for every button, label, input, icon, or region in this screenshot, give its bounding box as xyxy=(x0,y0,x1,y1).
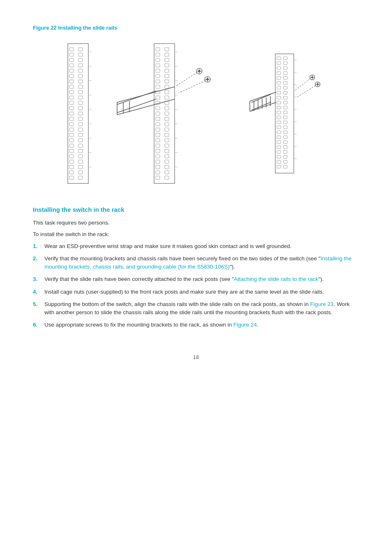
step-3-link[interactable]: Attaching the slide rails to the rack xyxy=(234,276,318,282)
svg-rect-34 xyxy=(78,90,83,94)
svg-rect-100 xyxy=(165,123,169,126)
svg-rect-76 xyxy=(156,128,160,131)
figure-area xyxy=(33,37,359,190)
svg-rect-49 xyxy=(78,171,83,174)
step-2-content: Verify that the mounting brackets and ch… xyxy=(44,255,359,271)
svg-rect-38 xyxy=(78,112,83,115)
svg-rect-176 xyxy=(284,131,287,134)
intro-text-1: This task requires two persons. xyxy=(33,219,359,227)
svg-rect-148 xyxy=(277,106,281,109)
svg-rect-153 xyxy=(277,131,281,134)
svg-rect-63 xyxy=(156,58,160,62)
svg-rect-15 xyxy=(69,123,74,126)
svg-rect-32 xyxy=(78,80,83,83)
svg-rect-3 xyxy=(69,58,74,62)
svg-rect-42 xyxy=(78,133,83,137)
svg-rect-12 xyxy=(69,107,74,110)
svg-rect-178 xyxy=(284,141,287,144)
svg-rect-170 xyxy=(284,101,287,104)
svg-rect-151 xyxy=(277,121,281,124)
step-5-link[interactable]: Figure 23 xyxy=(310,301,334,307)
svg-rect-25 xyxy=(69,176,74,179)
svg-rect-145 xyxy=(277,91,281,94)
svg-rect-104 xyxy=(165,144,169,147)
svg-rect-44 xyxy=(78,144,83,147)
svg-rect-80 xyxy=(156,149,160,153)
svg-rect-39 xyxy=(78,117,83,121)
svg-rect-105 xyxy=(165,149,169,153)
svg-rect-62 xyxy=(156,53,160,56)
svg-rect-21 xyxy=(69,155,74,158)
svg-rect-81 xyxy=(156,155,160,158)
step-6-number: 6. xyxy=(33,321,44,329)
svg-rect-141 xyxy=(277,72,281,74)
svg-rect-47 xyxy=(78,160,83,163)
svg-rect-9 xyxy=(69,90,74,94)
svg-rect-90 xyxy=(165,69,169,72)
svg-rect-83 xyxy=(156,165,160,169)
svg-rect-144 xyxy=(277,86,281,89)
svg-rect-174 xyxy=(284,121,287,124)
step-5: 5. Supporting the bottom of the switch, … xyxy=(33,300,359,317)
svg-rect-20 xyxy=(69,149,74,153)
svg-rect-5 xyxy=(69,69,74,72)
left-rack-post xyxy=(64,42,99,185)
svg-rect-60 xyxy=(154,44,175,183)
step-6-link[interactable]: Figure 24 xyxy=(233,322,257,328)
svg-rect-88 xyxy=(165,58,169,62)
svg-rect-50 xyxy=(78,176,83,179)
svg-rect-29 xyxy=(78,64,83,67)
svg-rect-77 xyxy=(156,133,160,137)
svg-rect-94 xyxy=(165,90,169,94)
svg-rect-142 xyxy=(277,76,281,79)
svg-rect-156 xyxy=(277,146,281,148)
svg-rect-65 xyxy=(156,69,160,72)
svg-line-128 xyxy=(179,81,205,93)
svg-rect-14 xyxy=(69,117,74,121)
svg-rect-169 xyxy=(284,96,287,99)
svg-rect-67 xyxy=(156,80,160,83)
svg-rect-84 xyxy=(156,171,160,174)
svg-rect-7 xyxy=(69,80,74,83)
svg-rect-68 xyxy=(156,85,160,88)
svg-rect-31 xyxy=(78,74,83,78)
step-6-content: Use appropriate screws to fix the mounti… xyxy=(44,321,359,329)
svg-rect-40 xyxy=(78,123,83,126)
svg-rect-108 xyxy=(165,165,169,169)
svg-rect-36 xyxy=(78,101,83,104)
svg-rect-173 xyxy=(284,116,287,119)
step-1: 1. Wear an ESD-preventive wrist strap an… xyxy=(33,242,359,250)
svg-rect-172 xyxy=(284,111,287,114)
svg-rect-149 xyxy=(277,111,281,114)
step-5-content: Supporting the bottom of the switch, ali… xyxy=(44,300,359,317)
svg-rect-30 xyxy=(78,69,83,72)
svg-rect-70 xyxy=(156,96,160,99)
svg-rect-87 xyxy=(165,53,169,56)
svg-rect-167 xyxy=(284,86,287,89)
svg-rect-168 xyxy=(284,91,287,94)
svg-rect-161 xyxy=(284,57,287,60)
svg-rect-4 xyxy=(69,64,74,67)
svg-rect-46 xyxy=(78,155,83,158)
svg-rect-106 xyxy=(165,155,169,158)
svg-rect-146 xyxy=(277,96,281,99)
svg-rect-107 xyxy=(165,160,169,163)
svg-rect-140 xyxy=(277,67,281,70)
svg-rect-182 xyxy=(284,160,287,163)
step-4-number: 4. xyxy=(33,288,44,296)
page-container: Figure 22 Installing the slide rails xyxy=(0,0,392,385)
svg-rect-6 xyxy=(69,74,74,78)
svg-rect-97 xyxy=(165,107,169,110)
svg-rect-95 xyxy=(165,96,169,99)
svg-rect-98 xyxy=(165,112,169,115)
svg-rect-157 xyxy=(277,151,281,153)
svg-rect-28 xyxy=(78,58,83,62)
svg-rect-181 xyxy=(284,155,287,158)
svg-rect-37 xyxy=(78,107,83,110)
center-diagram xyxy=(115,42,230,185)
svg-rect-22 xyxy=(69,160,74,163)
svg-rect-1 xyxy=(69,48,74,51)
svg-rect-180 xyxy=(284,151,287,153)
svg-rect-177 xyxy=(284,136,287,139)
step-5-number: 5. xyxy=(33,300,44,317)
